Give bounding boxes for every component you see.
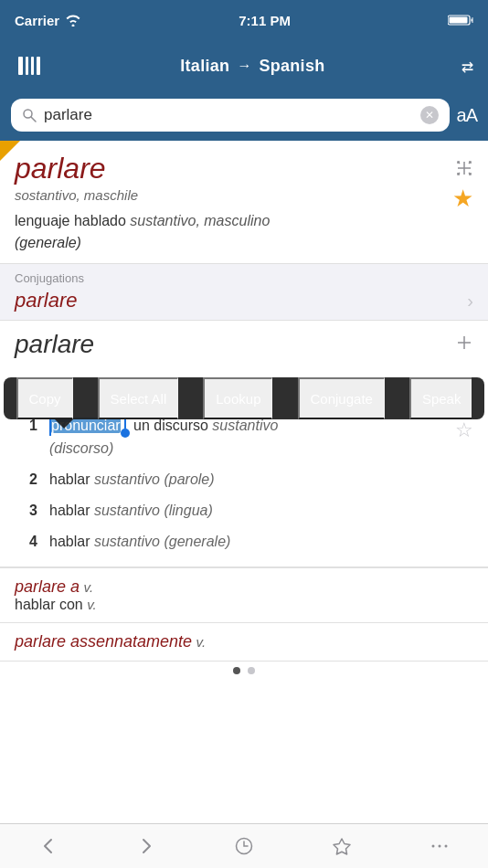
conjugations-word: parlare <box>15 289 77 312</box>
speak-button[interactable]: Speak <box>409 377 472 419</box>
tab-bar <box>0 823 488 868</box>
expand-icon[interactable] <box>455 159 473 182</box>
history-button[interactable] <box>216 831 272 862</box>
status-right <box>448 14 473 26</box>
svg-point-16 <box>438 845 440 848</box>
second-entry-header: parlare <box>15 330 473 359</box>
sub-pos-1: v. <box>84 579 94 595</box>
conjugations-label: Conjugations <box>15 271 473 285</box>
translation-line: lenguaje hablado sustantivo, masculino (… <box>15 210 473 254</box>
sub-word-2: parlare assennatamente <box>15 632 192 651</box>
main-entry: parlare sostantivo, maschile ★ lenguaje … <box>0 141 488 264</box>
svg-marker-14 <box>334 839 350 854</box>
svg-rect-5 <box>31 57 34 75</box>
second-entry: parlare Copy Select All Lookup Conjugate… <box>0 321 488 567</box>
wifi-icon <box>65 14 81 26</box>
svg-rect-2 <box>472 17 473 23</box>
conjugate-button[interactable]: Conjugate <box>298 377 385 419</box>
word-pos: sostantivo, maschile <box>15 187 473 203</box>
compress-icon[interactable] <box>455 333 473 356</box>
search-icon <box>22 108 37 122</box>
svg-rect-1 <box>450 17 468 24</box>
translation-word: lenguaje hablado <box>15 213 126 228</box>
more-button[interactable] <box>411 831 468 862</box>
status-left: Carrier <box>15 13 81 28</box>
search-bar: ✕ aA <box>0 91 488 141</box>
time-label: 7:11 PM <box>239 13 291 28</box>
context-menu: Copy Select All Lookup Conjugate Speak <box>4 377 484 419</box>
forward-button[interactable] <box>118 831 175 862</box>
nav-bar: Italian → Spanish ⇄ <box>0 40 488 91</box>
nav-title-wrap: Italian → Spanish <box>180 57 324 76</box>
ribbon-badge <box>0 141 20 161</box>
search-input[interactable] <box>44 106 413 124</box>
carrier-label: Carrier <box>15 13 59 28</box>
translation-pos: sustantivo, masculino <box>130 213 270 228</box>
search-clear-button[interactable]: ✕ <box>420 106 439 124</box>
page-dot-2 <box>248 667 255 674</box>
sub-word-1: parlare a <box>15 577 80 596</box>
back-button[interactable] <box>20 831 77 862</box>
translation-note: (generale) <box>15 235 81 250</box>
second-main-word: parlare <box>15 330 94 359</box>
content-area: parlare sostantivo, maschile ★ lenguaje … <box>0 141 488 823</box>
sub-entry-2: parlare assennatamente v. <box>0 622 488 661</box>
svg-point-17 <box>444 845 447 848</box>
page-dots <box>0 661 488 680</box>
page-dot-1 <box>233 667 240 674</box>
copy-button[interactable]: Copy <box>16 377 73 419</box>
sub-translation-1: hablar con v. <box>15 597 97 612</box>
main-word: parlare <box>15 152 106 185</box>
sub-pos-2: v. <box>196 634 207 650</box>
svg-point-15 <box>431 845 434 848</box>
font-size-button[interactable]: aA <box>457 105 477 126</box>
svg-rect-6 <box>37 57 40 75</box>
conjugations-section[interactable]: Conjugations parlare › <box>0 264 488 321</box>
swap-icon[interactable]: ⇄ <box>461 55 473 78</box>
battery-icon <box>448 14 473 26</box>
def-row-4: 4 hablar sustantivo (generale) <box>29 526 437 557</box>
select-all-button[interactable]: Select All <box>98 377 179 419</box>
nav-arrow: → <box>237 58 251 74</box>
entry-header: parlare <box>15 152 473 185</box>
svg-rect-3 <box>18 57 23 75</box>
lookup-button[interactable]: Lookup <box>203 377 272 419</box>
sub-entry-1: parlare a v. hablar con v. <box>0 567 488 622</box>
search-input-wrap[interactable]: ✕ <box>11 99 450 132</box>
def-row-2: 2 hablar sustantivo (parole) <box>29 464 437 495</box>
star-icon[interactable]: ★ <box>452 185 473 213</box>
bookmark-tab-button[interactable] <box>313 831 370 862</box>
nav-lang1: Italian <box>180 57 229 76</box>
library-icon[interactable] <box>15 51 44 80</box>
svg-line-8 <box>31 117 36 122</box>
conjugations-row[interactable]: parlare › <box>15 289 473 312</box>
chevron-right-icon: › <box>467 291 473 312</box>
svg-rect-4 <box>26 57 28 75</box>
status-bar: Carrier 7:11 PM <box>0 0 488 40</box>
def-row-3: 3 hablar sustantivo (lingua) <box>29 495 437 526</box>
nav-lang2: Spanish <box>259 57 324 76</box>
